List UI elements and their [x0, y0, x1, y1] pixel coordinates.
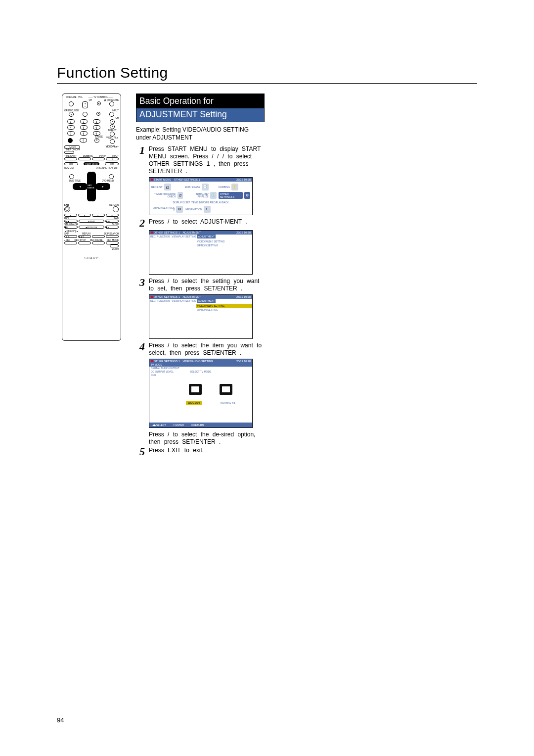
dubbing-icon: 📀: [231, 184, 238, 190]
step-number: 1: [136, 145, 145, 155]
other-settings-highlight: OTHER SETTINGS 1: [219, 192, 243, 199]
step-1-text: Press START MENU to display START MENU s…: [149, 145, 265, 175]
remote-control-diagram: OPERATE VOL —— TV CONTROL —— . CH ⏻ | OP…: [62, 94, 121, 341]
tv-normal-icon: [220, 384, 232, 395]
initialize-icon: 💿: [210, 192, 217, 199]
timer-icon: ⏱: [178, 192, 183, 199]
info-icon: ℹ: [204, 206, 211, 213]
step-number: 4: [136, 342, 145, 352]
section-title-1: Basic Operation for: [136, 94, 264, 108]
step-number: 3: [136, 278, 145, 287]
step-4a-text: Press / to select the item you want to s…: [149, 342, 265, 357]
step-2-text: Press / to select ADJUST-MENT .: [149, 218, 265, 226]
tv-wide-icon: [189, 384, 202, 395]
settings2-icon: ⚙: [176, 206, 183, 213]
page-number: 94: [57, 716, 64, 724]
step-number: 5: [136, 447, 145, 457]
brand-logo: SHARP: [64, 256, 119, 260]
rec-list-icon: 🗂: [164, 184, 171, 190]
step-5-text: Press EXIT to exit.: [149, 447, 265, 454]
edit-icon: 📑: [202, 184, 209, 190]
screen-mock-4: OTHER SETTINGS 1 VIDEO/AUDIO SETTING 25/…: [149, 359, 253, 428]
settings-icon: ⚙: [244, 192, 250, 199]
example-text: Example: Setting VIDEO/AUDIO SETTING und…: [136, 126, 265, 142]
step-number: 2: [136, 218, 145, 228]
section-box: Basic Operation for ADJUSTMENT Setting: [136, 94, 265, 122]
section-title-2: ADJUSTMENT Setting: [136, 108, 264, 122]
step-4b-text: Press / to select the de-sired option, t…: [149, 431, 265, 446]
screen-mock-1: START MENU OTHER SETTINGS 1 25/12 10:28 …: [149, 177, 253, 215]
step-3-text: Press / to select the setting you want t…: [149, 278, 265, 292]
screen-mock-2: OTHER SETTINGS 1 ADJUSTMENT 25/12 10:28 …: [149, 230, 253, 275]
page-title: Function Setting: [57, 64, 477, 81]
top-rule: [57, 83, 477, 84]
screen-mock-3: OTHER SETTINGS 1 ADJUSTMENT 25/12 10:28 …: [149, 294, 253, 339]
